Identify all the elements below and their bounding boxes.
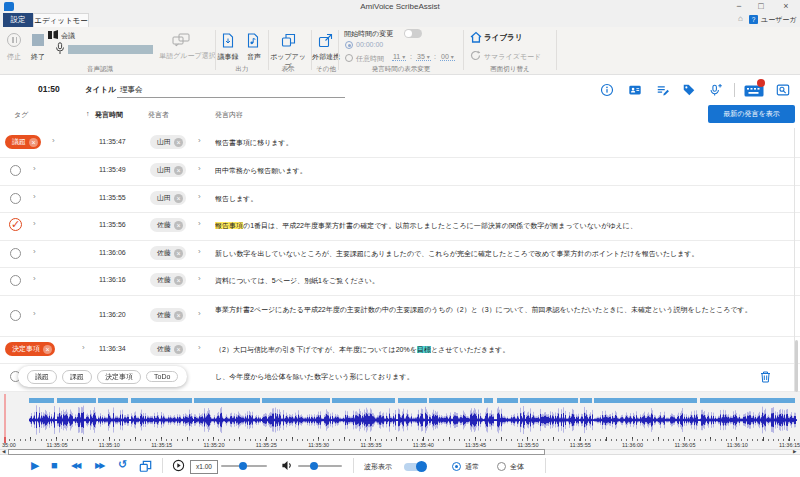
checked-circle-icon[interactable]: ✓ [9, 218, 22, 231]
table-scrollbar-thumb[interactable] [795, 340, 798, 392]
speed-slider-handle[interactable] [239, 462, 247, 470]
table-row[interactable]: 議題× › 11:35:47 山田× › 報告書事項に移ります。 [0, 130, 800, 158]
expand-chevron-icon[interactable]: › [33, 192, 36, 201]
summarize-mode-button[interactable]: サマライズモード [484, 52, 541, 62]
speaker-pill[interactable]: 山田× [150, 163, 186, 177]
remove-speaker-icon[interactable]: × [174, 311, 183, 320]
speaker-chevron-icon[interactable]: › [198, 343, 201, 352]
speaker-chevron-icon[interactable]: › [198, 274, 201, 283]
speaker-pill[interactable]: 佐藤× [150, 308, 186, 322]
hour-select[interactable]: 11 ▾ [392, 53, 406, 61]
normal-view-radio[interactable] [452, 462, 461, 471]
table-row[interactable]: › 11:35:49 山田× › 田中常務から報告願います。 [0, 158, 800, 186]
library-button[interactable]: ライブラリ [484, 33, 522, 43]
column-content[interactable]: 発言内容 [215, 110, 243, 120]
title-input[interactable]: 理事会 [120, 85, 143, 95]
remove-tag-icon[interactable]: × [29, 138, 38, 147]
remove-speaker-icon[interactable]: × [174, 249, 183, 258]
row-content[interactable]: 報告書事項に移ります。 [215, 138, 790, 148]
select-circle[interactable] [10, 248, 21, 259]
remove-speaker-icon[interactable]: × [174, 166, 183, 175]
mic-plus-icon[interactable] [708, 83, 722, 97]
volume-slider-handle[interactable] [310, 462, 318, 470]
tag-option[interactable]: 議題 [27, 370, 57, 384]
close-button[interactable]: × [778, 0, 794, 12]
tag-pill[interactable]: 決定事項× [5, 342, 55, 356]
speed-value[interactable]: x1.00 [190, 460, 218, 474]
speaker-chevron-icon[interactable]: › [198, 164, 201, 173]
remove-speaker-icon[interactable]: × [174, 221, 183, 230]
volume-slider-track[interactable] [298, 465, 342, 467]
minute-select[interactable]: 35 ▾ [416, 53, 431, 61]
speaker-chevron-icon[interactable]: › [198, 219, 201, 228]
row-content[interactable]: （2）大口与信比率の引き下げですが、本年度については20%を目標とさせていただき… [215, 345, 790, 355]
table-row[interactable]: › 11:35:55 山田× › 報告します。 [0, 186, 800, 213]
column-speaker[interactable]: 発言者 [148, 110, 169, 120]
table-row[interactable]: › 11:36:20 佐藤× › 事業方針書2ページにあたる平成22年度の主要計… [0, 296, 800, 337]
row-content[interactable]: 新しい数字を出していないところが、主要課題にありましたので、これらが完全に確定し… [215, 249, 790, 259]
waveform-canvas[interactable] [0, 404, 800, 436]
tab-settings[interactable]: 設定 [3, 13, 33, 27]
select-circle[interactable] [10, 193, 21, 204]
playhead[interactable] [4, 394, 6, 443]
table-row[interactable]: ✓ › 11:35:56 佐藤× › 報告事項の1番目は、平成22年度事業方針書… [0, 213, 800, 241]
column-time[interactable]: 発言時間 [95, 110, 123, 120]
speaker-chevron-icon[interactable]: › [198, 309, 201, 318]
remove-speaker-icon[interactable]: × [174, 194, 183, 203]
pause-icon[interactable] [7, 33, 21, 47]
edit-list-icon[interactable] [656, 83, 670, 97]
table-row[interactable]: › 11:36:06 佐藤× › 新しい数字を出していないところが、主要課題にあ… [0, 241, 800, 268]
tag-pill[interactable]: 議題× [5, 135, 41, 149]
end-icon[interactable] [32, 34, 44, 46]
tag-option[interactable]: 決定事項 [97, 370, 141, 384]
row-content[interactable]: 事業方針書2ページにあたる平成22年度の主要計数の中の主要課題のうちの（2）と（… [215, 305, 790, 315]
speaker-chevron-icon[interactable]: › [198, 136, 201, 145]
remove-speaker-icon[interactable]: × [174, 276, 183, 285]
speaker-pill[interactable]: 佐藤× [150, 218, 186, 232]
fast-forward-button[interactable]: ▶▶ [95, 461, 103, 470]
table-row[interactable]: › 11:36:16 佐藤× › 資料については、5ページ、別紙1をご覧ください… [0, 268, 800, 296]
expand-chevron-icon[interactable]: › [82, 343, 85, 352]
speaker-pill[interactable]: 山田× [150, 191, 186, 205]
expand-chevron-icon[interactable]: › [33, 247, 36, 256]
sort-arrow-icon[interactable]: ↑ [86, 110, 90, 117]
row-content[interactable]: 報告します。 [215, 194, 790, 204]
maximize-button[interactable]: □ [753, 0, 769, 12]
show-latest-button[interactable]: 最新の発言を表示 [708, 105, 795, 123]
audio-button[interactable]: 音声 [244, 52, 264, 62]
table-row[interactable]: 決定事項× › 11:36:34 佐藤× › （2）大口与信比率の引き下げですが… [0, 337, 800, 364]
tag-option[interactable]: 課題 [62, 370, 92, 384]
minutes-button[interactable]: 議事録 [214, 52, 242, 62]
tag-icon[interactable] [682, 83, 696, 97]
delete-row-icon[interactable] [760, 371, 771, 383]
whole-view-radio[interactable] [497, 462, 506, 471]
minimize-button[interactable]: − [731, 0, 747, 12]
playback-speed-icon[interactable] [172, 459, 185, 472]
volume-icon[interactable] [281, 459, 294, 472]
speaker-chevron-icon[interactable]: › [198, 192, 201, 201]
select-circle[interactable] [10, 165, 21, 176]
arbitrary-time-radio[interactable] [345, 54, 353, 62]
speaker-chevron-icon[interactable]: › [198, 247, 201, 256]
speaker-pill[interactable]: 佐藤× [150, 342, 186, 356]
tab-edit-mode[interactable]: エディットモード [33, 13, 89, 27]
replay-button[interactable]: ↺ [118, 458, 127, 471]
expand-chevron-icon[interactable]: › [33, 309, 36, 318]
row-content[interactable]: 田中常務から報告願います。 [215, 166, 790, 176]
row-content[interactable]: 報告事項の1番目は、平成22年度事業方針書の確定です。以前示しましたところに一部… [215, 221, 790, 231]
rewind-button[interactable]: ◀◀ [71, 461, 79, 470]
expand-chevron-icon[interactable]: › [33, 219, 36, 228]
column-tag[interactable]: タグ [14, 110, 28, 120]
speaker-pill[interactable]: 佐藤× [150, 273, 186, 287]
end-button[interactable]: 終了 [28, 52, 48, 62]
search-log-icon[interactable] [776, 83, 790, 97]
speaker-pill[interactable]: 山田× [150, 135, 186, 149]
remove-speaker-icon[interactable]: × [174, 345, 183, 354]
row-content[interactable]: 資料については、5ページ、別紙1をご覧ください。 [215, 276, 790, 286]
waveform-toggle-knob[interactable] [416, 461, 427, 472]
info-icon[interactable] [600, 83, 614, 97]
expand-chevron-icon[interactable]: › [52, 136, 55, 145]
follow-popup-icon[interactable] [139, 460, 152, 473]
select-circle[interactable] [10, 310, 21, 321]
stop-playback-button[interactable]: ■ [51, 459, 58, 471]
